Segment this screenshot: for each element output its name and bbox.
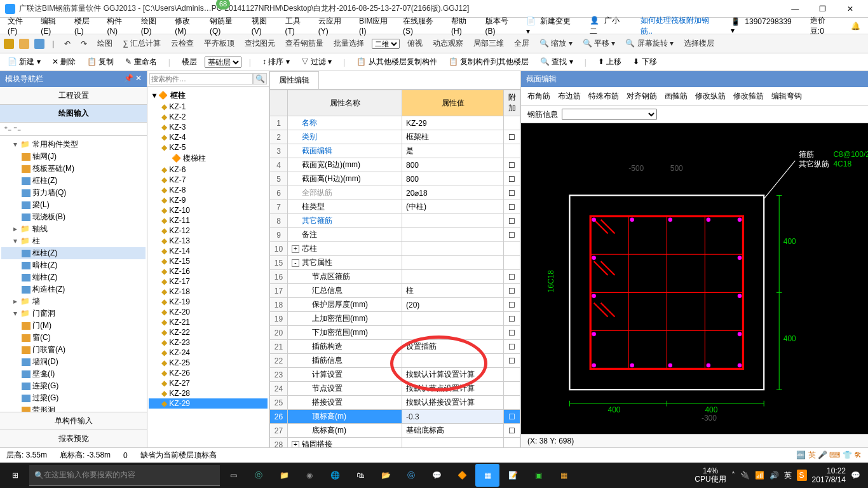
prop-row[interactable]: 9备注☐: [270, 228, 520, 242]
tab-report[interactable]: 报表预览: [0, 430, 147, 447]
tray-wifi-icon[interactable]: 📶: [755, 471, 764, 480]
tree-node[interactable]: 筏板基础(M): [1, 163, 146, 175]
section-tab[interactable]: 修改纵筋: [695, 91, 726, 102]
toolbar-btn[interactable]: 选择楼层: [681, 37, 717, 50]
toolbar-btn[interactable]: 平齐板顶: [201, 37, 237, 50]
menu-item[interactable]: 工具(T): [283, 15, 312, 37]
toolbar2-btn[interactable]: 🔍 查找 ▾: [536, 55, 577, 69]
open-icon[interactable]: [19, 39, 29, 49]
kz-item[interactable]: ◆ KZ-7: [149, 175, 268, 185]
tray-vol-icon[interactable]: 🔊: [770, 471, 779, 480]
tree-node[interactable]: ▸ 📁 墙: [1, 295, 146, 308]
kz-item[interactable]: ◆ KZ-12: [149, 226, 268, 236]
kz-item[interactable]: ◆ KZ-3: [149, 122, 268, 132]
menu-item[interactable]: 钢筋量(Q): [207, 15, 245, 37]
tray-ime-icon[interactable]: S: [797, 470, 807, 481]
tray-up-icon[interactable]: ˄: [731, 471, 735, 480]
prop-row[interactable]: 6全部纵筋20⌀18☐: [270, 186, 520, 200]
help-link[interactable]: 如何处理筏板附加钢筋..: [638, 14, 721, 38]
kz-item[interactable]: ◆ KZ-19: [149, 297, 268, 307]
toolbar2-btn[interactable]: ✕ 删除: [48, 55, 79, 69]
kz-item[interactable]: ◆ KZ-26: [149, 368, 268, 378]
tree-node[interactable]: ▾ 📁 门窗洞: [1, 308, 146, 320]
menu-item[interactable]: 视图(V): [249, 15, 279, 37]
kz-sub[interactable]: 🔶 楼梯柱: [149, 152, 268, 165]
save-icon[interactable]: [34, 39, 44, 49]
kz-item[interactable]: ◆ KZ-17: [149, 276, 268, 287]
start-button[interactable]: ⊞: [3, 464, 28, 487]
kz-item[interactable]: ◆ KZ-11: [149, 215, 268, 226]
tray-lang[interactable]: 英: [784, 470, 792, 481]
toolbar2-btn[interactable]: 📋 从其他楼层复制构件: [353, 55, 440, 69]
kz-item[interactable]: ◆ KZ-5: [149, 142, 268, 152]
tree-node[interactable]: 剪力墙(Q): [1, 187, 146, 199]
menu-item[interactable]: 文件(F): [5, 15, 34, 37]
search-button[interactable]: 🔍: [253, 73, 267, 85]
kz-item[interactable]: ◆ KZ-14: [149, 246, 268, 256]
tree-node[interactable]: ▸ 📁 轴线: [1, 223, 146, 235]
kz-item[interactable]: ◆ KZ-8: [149, 185, 268, 195]
tray-power-icon[interactable]: 🔌: [740, 471, 750, 480]
nav-pin-icon[interactable]: 📌 ✕: [124, 74, 142, 85]
tree-node[interactable]: 现浇板(B): [1, 211, 146, 223]
toolbar-btn[interactable]: 查找图元: [242, 37, 278, 50]
status-icons[interactable]: 🔤 英 🎤 ⌨ 👕 🛠: [796, 450, 862, 461]
user-label[interactable]: 👤 广小二: [587, 14, 630, 38]
taskbar-search[interactable]: 🔍 在这里输入你要搜索的内容: [29, 465, 220, 485]
ggj-icon[interactable]: ▦: [475, 464, 499, 487]
kz-item[interactable]: ◆ KZ-10: [149, 205, 268, 215]
rebar-select[interactable]: [562, 109, 657, 120]
toolbar-btn[interactable]: 全屏: [512, 37, 532, 50]
kz-item[interactable]: ◆ KZ-24: [149, 348, 268, 358]
tree-node[interactable]: 带形洞: [1, 404, 146, 412]
prop-row[interactable]: 24节点设置按默认节点设置计算: [270, 382, 520, 396]
kz-item[interactable]: ◆ KZ-16: [149, 266, 268, 276]
tray-notif-icon[interactable]: 💬: [851, 471, 860, 480]
new-icon[interactable]: [4, 39, 14, 49]
menu-item[interactable]: 在线服务(S): [400, 15, 445, 37]
prop-row[interactable]: 3截面编辑是: [270, 144, 520, 158]
tree-node[interactable]: 连梁(G): [1, 380, 146, 392]
menu-item[interactable]: 帮助(H): [449, 15, 478, 37]
toolbar2-btn[interactable]: ⬆ 上移: [594, 55, 625, 69]
menu-item[interactable]: 编辑(E): [38, 15, 68, 37]
bell-icon[interactable]: 🔔: [848, 20, 863, 32]
kz-item[interactable]: ◆ KZ-4: [149, 132, 268, 142]
tree-node[interactable]: ▾ 📁 常用构件类型: [1, 139, 146, 151]
menu-item[interactable]: 绘图(D): [139, 15, 168, 37]
section-tab[interactable]: 修改箍筋: [733, 91, 764, 102]
kz-item[interactable]: ◆ KZ-27: [149, 378, 268, 388]
kz-root[interactable]: ▾ 🔶 框柱: [149, 90, 268, 102]
note-icon[interactable]: 📝: [501, 464, 525, 487]
prop-row[interactable]: 28+锚固搭接: [270, 438, 520, 448]
toolbar-btn[interactable]: 俯视: [405, 37, 425, 50]
section-tab[interactable]: 布边筋: [558, 91, 581, 102]
tree-node[interactable]: 墙洞(D): [1, 356, 146, 368]
drawing-canvas[interactable]: 箍筋 其它纵筋 C8@100/200 4C18 400400 400400 16…: [521, 123, 868, 434]
tab-single[interactable]: 单构件输入: [0, 412, 147, 430]
prop-row[interactable]: 17汇总信息柱☐: [270, 284, 520, 298]
app-icon[interactable]: 📁: [272, 464, 296, 487]
kz-item[interactable]: ◆ KZ-18: [149, 287, 268, 297]
section-tab[interactable]: 编辑弯钩: [771, 91, 802, 102]
menu-item[interactable]: 楼层(L): [72, 15, 101, 37]
prop-row[interactable]: 7柱类型(中柱)☐: [270, 200, 520, 214]
kz-item[interactable]: ◆ KZ-13: [149, 236, 268, 246]
section-tab[interactable]: 对齐钢筋: [627, 91, 657, 102]
spiral-icon[interactable]: ◉: [297, 464, 322, 487]
kz-item[interactable]: ◆ KZ-2: [149, 112, 268, 122]
toolbar-btn[interactable]: 云检查: [168, 37, 196, 50]
toolbar2-btn[interactable]: 📋 复制: [83, 55, 118, 69]
tray-clock[interactable]: 10:222017/8/14: [812, 466, 846, 484]
prop-row[interactable]: 4截面宽(B边)(mm)800☐: [270, 158, 520, 172]
search-input[interactable]: [149, 73, 253, 85]
section-tab[interactable]: 布角筋: [527, 91, 550, 102]
tree-node[interactable]: 框柱(Z): [1, 247, 146, 259]
toolbar-btn[interactable]: 🔍 缩放 ▾: [537, 37, 575, 50]
wechat-icon[interactable]: 💬: [424, 464, 449, 487]
toolbar-btn[interactable]: 局部三维: [471, 37, 506, 50]
toolbar-btn[interactable]: 🔍 屏幕旋转 ▾: [623, 37, 676, 50]
excel-icon[interactable]: ▦: [552, 464, 576, 487]
nav-toolbar[interactable]: ⁺₋ ⁻₋: [0, 123, 147, 136]
menu-item[interactable]: BIM应用(I): [356, 15, 397, 37]
